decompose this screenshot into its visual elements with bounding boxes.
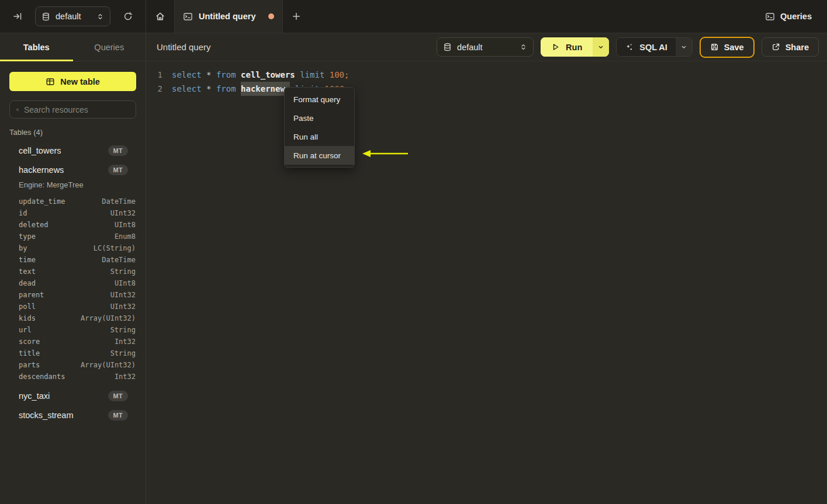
column-row[interactable]: textString	[0, 266, 146, 277]
table-row-nyc-taxi[interactable]: nyc_taxi MT	[0, 386, 146, 405]
column-row[interactable]: timeDateTime	[0, 254, 146, 266]
column-row[interactable]: pollUInt32	[0, 301, 146, 312]
table-name: stocks_stream	[19, 411, 108, 420]
line-number: 1	[154, 68, 162, 82]
column-type: String	[110, 326, 136, 334]
database-selector-value: default	[56, 12, 91, 21]
main-area: Untitled query default Run SQL AI	[146, 33, 827, 504]
table-token: cell_towers	[241, 68, 295, 82]
topbar-spacer	[310, 0, 750, 33]
home-icon	[155, 11, 165, 22]
run-label: Run	[566, 43, 582, 52]
toolbar-database-selector[interactable]: default	[437, 37, 534, 57]
sql-ai-button[interactable]: SQL AI	[616, 37, 693, 57]
menu-item-run-at-cursor[interactable]: Run at cursor	[285, 146, 354, 165]
column-type: UInt8	[115, 279, 136, 287]
column-row[interactable]: byLC(String)	[0, 242, 146, 254]
new-table-label: New table	[60, 77, 100, 86]
new-tab-button[interactable]	[283, 0, 310, 33]
column-name: type	[19, 232, 115, 241]
column-type: Enum8	[115, 232, 136, 241]
share-button[interactable]: Share	[762, 37, 819, 57]
sidebar: Tables Queries New table Tables (4) cell…	[0, 33, 146, 504]
content: Tables Queries New table Tables (4) cell…	[0, 33, 827, 504]
column-row[interactable]: scoreInt32	[0, 336, 146, 347]
column-name: poll	[19, 303, 110, 311]
column-row[interactable]: typeEnum8	[0, 231, 146, 242]
run-button-main[interactable]: Run	[541, 37, 593, 57]
menu-item-run-all[interactable]: Run all	[285, 127, 354, 146]
column-type: UInt32	[110, 209, 136, 217]
keyword-from: from	[216, 82, 241, 96]
engine-badge: MT	[108, 145, 128, 156]
column-name: descendants	[19, 373, 115, 381]
new-table-button[interactable]: New table	[9, 72, 136, 91]
sql-ai-main[interactable]: SQL AI	[617, 38, 676, 56]
editor-context-menu: Format query Paste Run all Run at cursor	[284, 87, 355, 168]
save-button[interactable]: Save	[700, 37, 755, 58]
search-box	[9, 100, 136, 119]
column-name: time	[19, 256, 102, 264]
column-row[interactable]: urlString	[0, 324, 146, 336]
table-row-stocks-stream[interactable]: stocks_stream MT	[0, 405, 146, 425]
column-type: Int32	[115, 373, 136, 381]
engine-badge: MT	[108, 410, 128, 420]
toolbar-database-value: default	[457, 43, 514, 52]
annotation-arrow-icon	[360, 148, 410, 159]
menu-item-paste[interactable]: Paste	[285, 109, 354, 127]
refresh-button[interactable]	[119, 7, 137, 26]
sidebar-tab-queries[interactable]: Queries	[73, 33, 146, 61]
refresh-icon	[123, 12, 133, 21]
tab-label: Untitled query	[199, 12, 262, 21]
database-icon	[41, 12, 50, 21]
star-token: *	[206, 68, 216, 82]
column-row[interactable]: update_timeDateTime	[0, 196, 146, 207]
column-row[interactable]: deadUInt8	[0, 277, 146, 289]
column-name: text	[19, 267, 110, 276]
collapse-right-icon	[13, 12, 22, 21]
column-row[interactable]: idUInt32	[0, 207, 146, 219]
updown-chevron-icon	[96, 13, 104, 20]
plus-icon	[292, 12, 301, 21]
search-icon	[16, 106, 19, 114]
column-row[interactable]: parentUInt32	[0, 289, 146, 301]
sparkles-icon	[625, 43, 634, 52]
tab-untitled-query[interactable]: Untitled query	[174, 0, 283, 33]
run-options-caret[interactable]	[593, 37, 609, 57]
table-row-cell-towers[interactable]: cell_towers MT	[0, 141, 146, 160]
home-button[interactable]	[146, 0, 174, 33]
selected-table-token: hackernews	[241, 82, 290, 96]
column-name: url	[19, 326, 110, 334]
sql-ai-caret[interactable]	[676, 38, 692, 56]
query-title: Untitled query	[157, 42, 430, 52]
column-name: dead	[19, 279, 115, 287]
queries-link[interactable]: Queries	[750, 0, 827, 33]
sql-editor[interactable]: 1select * from cell_towers limit 100; 2s…	[146, 61, 827, 504]
column-row[interactable]: titleString	[0, 347, 146, 359]
column-name: kids	[19, 314, 81, 322]
keyword-limit: limit	[295, 68, 330, 82]
column-name: title	[19, 349, 110, 357]
unsaved-changes-dot	[268, 13, 274, 19]
keyword-select: select	[172, 68, 206, 82]
sidebar-tabs: Tables Queries	[0, 33, 146, 61]
search-input[interactable]	[24, 105, 130, 114]
topbar-left-section: default	[0, 0, 146, 33]
database-selector[interactable]: default	[35, 6, 110, 26]
column-row[interactable]: partsArray(UInt32)	[0, 359, 146, 371]
table-row-hackernews[interactable]: hackernews MT	[0, 160, 146, 179]
chevron-down-icon	[680, 44, 687, 51]
sidebar-tab-tables[interactable]: Tables	[0, 33, 73, 61]
column-type: LC(String)	[94, 244, 136, 252]
queries-link-label: Queries	[780, 12, 812, 21]
menu-item-format-query[interactable]: Format query	[285, 90, 354, 109]
table-name: nyc_taxi	[19, 391, 108, 401]
collapse-sidebar-button[interactable]	[8, 7, 27, 26]
column-name: parts	[19, 361, 81, 369]
column-name: update_time	[19, 197, 102, 206]
column-type: String	[110, 349, 136, 357]
run-button[interactable]: Run	[541, 37, 609, 57]
column-row[interactable]: descendantsInt32	[0, 371, 146, 383]
column-row[interactable]: kidsArray(UInt32)	[0, 312, 146, 324]
column-row[interactable]: deletedUInt8	[0, 219, 146, 231]
